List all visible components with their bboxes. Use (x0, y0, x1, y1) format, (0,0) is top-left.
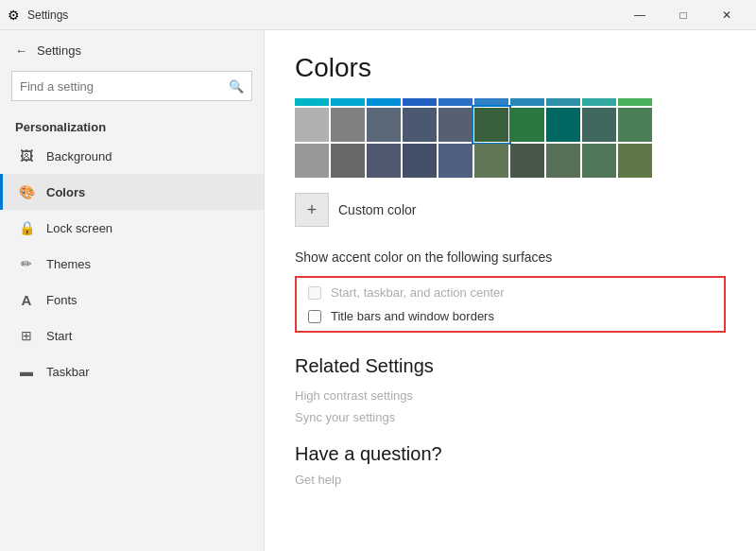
color-swatch[interactable] (367, 108, 401, 142)
settings-icon: ⚙ (8, 8, 20, 23)
sidebar-item-label-themes: Themes (46, 257, 91, 271)
sidebar-item-themes[interactable]: ✏ Themes (0, 246, 264, 282)
sidebar-item-lock-screen[interactable]: 🔒 Lock screen (0, 210, 264, 246)
color-swatch[interactable] (474, 144, 508, 178)
accent-swatch-1 (295, 98, 329, 106)
minimize-button[interactable]: — (618, 0, 662, 30)
sidebar-item-label-lock-screen: Lock screen (46, 221, 112, 235)
sidebar-back-button[interactable]: ← Settings (0, 38, 264, 63)
color-swatch[interactable] (295, 108, 329, 142)
fonts-icon: A (18, 291, 35, 308)
back-icon: ← (15, 43, 27, 58)
search-input[interactable] (20, 79, 229, 94)
search-icon: 🔍 (229, 79, 244, 94)
title-bar-controls: — □ ✕ (618, 0, 748, 30)
color-swatch[interactable] (331, 144, 365, 178)
sidebar-back-label: Settings (37, 43, 81, 58)
color-swatch[interactable] (403, 144, 437, 178)
color-swatch[interactable] (582, 144, 616, 178)
color-swatch[interactable] (331, 108, 365, 142)
accent-checkboxes-group: Start, taskbar, and action center Title … (295, 276, 726, 333)
lock-icon: 🔒 (18, 219, 35, 236)
accent-swatch-9 (582, 98, 616, 106)
color-swatch[interactable] (510, 108, 544, 142)
maximize-button[interactable]: □ (662, 0, 705, 30)
title-bar: ⚙ Settings — □ ✕ (0, 0, 756, 30)
color-swatch-selected[interactable] (474, 108, 508, 142)
get-help-link[interactable]: Get help (295, 473, 726, 487)
sidebar-item-start[interactable]: ⊞ Start (0, 318, 264, 353)
title-bars-checkbox[interactable] (308, 310, 321, 323)
accent-swatch-3 (367, 98, 401, 106)
color-swatch[interactable] (403, 108, 437, 142)
close-button[interactable]: ✕ (705, 0, 748, 30)
have-question-title: Have a question? (295, 443, 726, 465)
color-swatch[interactable] (367, 144, 401, 178)
checkbox-row-start-taskbar: Start, taskbar, and action center (308, 285, 713, 300)
taskbar-icon: ▬ (18, 363, 35, 380)
accent-swatch-4 (403, 98, 437, 106)
themes-icon: ✏ (18, 255, 35, 272)
color-swatch[interactable] (618, 108, 652, 142)
colors-icon: 🎨 (18, 183, 35, 200)
color-row-2 (295, 144, 726, 178)
sidebar-search-box[interactable]: 🔍 (11, 71, 252, 101)
checkbox-row-title-bars: Title bars and window borders (308, 309, 713, 323)
high-contrast-link[interactable]: High contrast settings (295, 388, 726, 403)
sidebar-item-taskbar[interactable]: ▬ Taskbar (0, 353, 264, 389)
color-swatch[interactable] (510, 144, 544, 178)
sidebar-item-label-background: Background (46, 149, 112, 164)
color-swatch[interactable] (438, 108, 472, 142)
accent-strip (295, 98, 726, 106)
color-swatch[interactable] (618, 144, 652, 178)
color-swatch[interactable] (582, 108, 616, 142)
plus-icon: + (307, 200, 318, 220)
accent-swatch-2 (331, 98, 365, 106)
accent-swatch-5 (438, 98, 472, 106)
start-taskbar-checkbox[interactable] (308, 286, 321, 300)
sidebar-section-title: Personalization (0, 109, 264, 138)
accent-swatch-10 (618, 98, 652, 106)
sidebar: ← Settings 🔍 Personalization 🖼 Backgroun… (0, 30, 265, 551)
accent-swatch-6 (474, 98, 508, 106)
sidebar-item-label-taskbar: Taskbar (46, 365, 90, 379)
title-bars-label: Title bars and window borders (331, 309, 494, 323)
title-bar-left: ⚙ Settings (8, 8, 68, 23)
accent-swatch-8 (546, 98, 580, 106)
sync-settings-link[interactable]: Sync your settings (295, 410, 726, 424)
sidebar-item-fonts[interactable]: A Fonts (0, 282, 264, 318)
accent-surfaces-heading: Show accent color on the following surfa… (295, 250, 726, 265)
sidebar-item-label-colors: Colors (46, 185, 85, 199)
page-title: Colors (295, 53, 726, 83)
custom-color-button[interactable]: + (295, 193, 329, 227)
sidebar-item-label-fonts: Fonts (46, 293, 77, 307)
sidebar-item-background[interactable]: 🖼 Background (0, 138, 264, 174)
accent-swatch-7 (510, 98, 544, 106)
color-swatch[interactable] (295, 144, 329, 178)
color-row-1 (295, 108, 726, 142)
color-swatch[interactable] (546, 144, 580, 178)
custom-color-label[interactable]: Custom color (338, 202, 416, 217)
start-taskbar-label: Start, taskbar, and action center (331, 285, 505, 300)
background-icon: 🖼 (18, 147, 35, 164)
sidebar-item-colors[interactable]: 🎨 Colors (0, 174, 264, 210)
main-content: Colors (265, 30, 756, 551)
custom-color-row: + Custom color (295, 193, 726, 227)
start-icon: ⊞ (18, 327, 35, 344)
title-bar-title: Settings (27, 9, 68, 22)
sidebar-item-label-start: Start (46, 329, 72, 343)
app-container: ← Settings 🔍 Personalization 🖼 Backgroun… (0, 30, 756, 551)
color-swatch[interactable] (546, 108, 580, 142)
color-swatch[interactable] (438, 144, 472, 178)
related-settings-title: Related Settings (295, 355, 726, 377)
